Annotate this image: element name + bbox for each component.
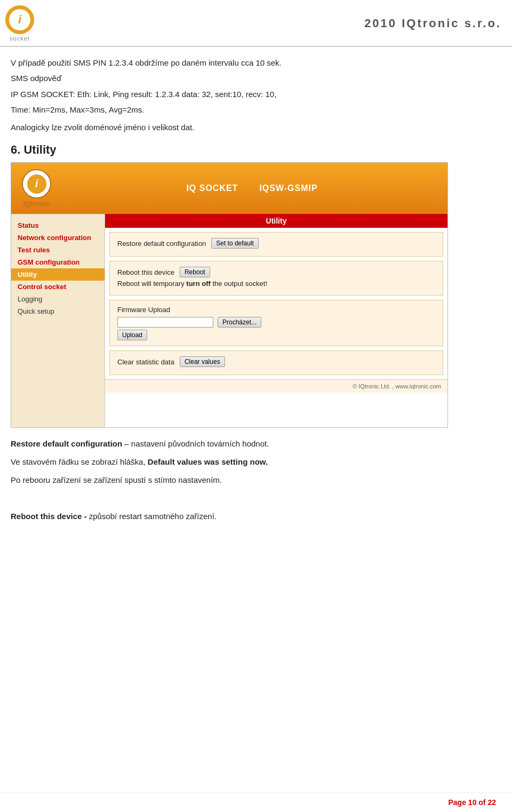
after-ui-para3: Po rebooru zařízení se zařízení spustí s… bbox=[11, 474, 496, 487]
para1: V případě použití SMS PIN 1.2.3.4 obdrží… bbox=[11, 57, 496, 69]
restore-desc: – nastavení původních továrních hodnot. bbox=[124, 439, 269, 448]
ui-screenshot: i IQtronic IQ SOCKET IQSW-GSMIP Status N… bbox=[11, 162, 448, 428]
para5: Analogicky lze zvolit doménové jméno i v… bbox=[11, 121, 496, 133]
ui-nav-iqsocket[interactable]: IQ SOCKET bbox=[186, 184, 238, 193]
sidebar-item-logging[interactable]: Logging bbox=[11, 293, 105, 305]
reboot-this-device-desc: způsobí restart samotného zařízení. bbox=[89, 512, 217, 521]
ui-nav: IQ SOCKET IQSW-GSMIP bbox=[67, 184, 437, 193]
logo-subtext: socket bbox=[10, 35, 30, 42]
firmware-label: Firmware Upload bbox=[117, 306, 435, 314]
after-ui-para5: Reboot this device - způsobí restart sam… bbox=[11, 510, 496, 523]
ui-section-clear: Clear statistic data Clear values bbox=[109, 351, 443, 375]
reboot-warning: Reboot will temporary turn off the outpu… bbox=[117, 280, 267, 288]
sidebar-item-utility[interactable]: Utility bbox=[11, 268, 105, 281]
page-header: i socket 2010 IQtronic s.r.o. bbox=[0, 0, 512, 47]
ui-section-firmware: Firmware Upload Procházet... Upload bbox=[109, 300, 443, 346]
reboot-desc: Po rebooru zařízení se zařízení spustí s… bbox=[11, 475, 222, 484]
restore-bold: Restore default configuration bbox=[11, 439, 122, 448]
ui-section-reboot: Reboot this device Reboot Reboot will te… bbox=[109, 261, 443, 296]
clear-row: Clear statistic data Clear values bbox=[117, 356, 435, 367]
para4: Time: Min=2ms, Max=3ms, Avg=2ms. bbox=[11, 104, 496, 116]
ui-body: Status Network configuration Test rules … bbox=[11, 214, 447, 427]
reboot-this-device-bold: Reboot this device - bbox=[11, 512, 89, 521]
ui-brand: IQtronic bbox=[23, 200, 50, 208]
after-ui-para2: Ve stavovém řádku se zobrazí hláška, Def… bbox=[11, 456, 496, 468]
restore-row: Restore default configuration Set to def… bbox=[117, 238, 435, 249]
clear-label: Clear statistic data bbox=[117, 358, 174, 366]
browse-button[interactable]: Procházet... bbox=[218, 317, 261, 328]
para2-label: SMS odpověď bbox=[11, 72, 496, 84]
ui-main-panel: Utility Restore default configuration Se… bbox=[105, 214, 447, 427]
default-values-text1: Ve stavovém řádku se zobrazí hláška, bbox=[11, 457, 148, 466]
reboot-button[interactable]: Reboot bbox=[180, 267, 210, 277]
sidebar-item-network-configuration[interactable]: Network configuration bbox=[11, 232, 105, 244]
page-footer: Page 10 of 22 bbox=[0, 792, 512, 812]
upload-button[interactable]: Upload bbox=[117, 330, 147, 340]
firmware-file-input[interactable] bbox=[117, 317, 213, 328]
reboot-label: Reboot this device bbox=[117, 268, 174, 276]
sidebar-item-quick-setup[interactable]: Quick setup bbox=[11, 305, 105, 317]
clear-values-button[interactable]: Clear values bbox=[180, 356, 225, 367]
ui-sidebar: Status Network configuration Test rules … bbox=[11, 214, 105, 427]
para3: IP GSM SOCKET: Eth: Link, Ping result: 1… bbox=[11, 88, 496, 100]
after-ui-para1: Restore default configuration – nastaven… bbox=[11, 437, 496, 450]
sidebar-item-status[interactable]: Status bbox=[11, 219, 105, 232]
ui-nav-iqswgsmip[interactable]: IQSW-GSMIP bbox=[259, 184, 317, 193]
main-content: V případě použití SMS PIN 1.2.3.4 obdrží… bbox=[0, 47, 512, 544]
ui-topbar: i IQtronic IQ SOCKET IQSW-GSMIP bbox=[11, 163, 447, 214]
sidebar-item-test-rules[interactable]: Test rules bbox=[11, 244, 105, 256]
logo-icon: i bbox=[5, 5, 34, 34]
section-heading: 6. Utility bbox=[11, 143, 496, 157]
sidebar-item-gsm-configuration[interactable]: GSM configuration bbox=[11, 256, 105, 268]
default-values-bold: Default values was setting now. bbox=[148, 457, 268, 466]
after-ui-para4 bbox=[11, 492, 496, 505]
sidebar-item-control-socket[interactable]: Control socket bbox=[11, 281, 105, 293]
ui-logo: i IQtronic bbox=[22, 169, 51, 208]
reboot-warning-row: Reboot will temporary turn off the outpu… bbox=[117, 280, 435, 288]
set-to-default-button[interactable]: Set to default bbox=[211, 238, 259, 249]
reboot-row: Reboot this device Reboot bbox=[117, 267, 435, 277]
header-title: 2010 IQtronic s.r.o. bbox=[364, 17, 501, 30]
ui-footer-text: © IQtronic Ltd. , www.iqtronic.com bbox=[105, 379, 447, 393]
firmware-file-row: Procházet... bbox=[117, 317, 435, 328]
ui-section-restore: Restore default configuration Set to def… bbox=[109, 232, 443, 257]
restore-label: Restore default configuration bbox=[117, 240, 206, 248]
ui-main-title: Utility bbox=[105, 214, 447, 228]
page-number: Page 10 of 22 bbox=[449, 798, 497, 807]
logo-area: i socket bbox=[5, 5, 34, 42]
